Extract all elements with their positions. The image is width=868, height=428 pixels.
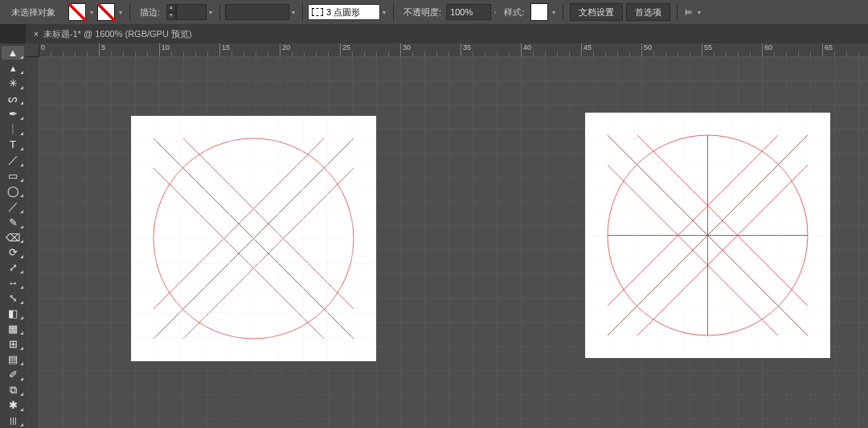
ruler-tick: 30 bbox=[400, 43, 411, 56]
mesh-tool[interactable]: ⊞ bbox=[2, 337, 24, 351]
align-icon[interactable]: ⊨ bbox=[682, 6, 695, 19]
document-tab[interactable]: × 未标题-1* @ 1600% (RGB/GPU 预览) bbox=[26, 28, 200, 40]
selection-tool[interactable]: ▲ bbox=[2, 46, 24, 60]
stroke-profile[interactable] bbox=[225, 4, 289, 20]
close-tab-icon[interactable]: × bbox=[34, 30, 39, 39]
rectangle-tool[interactable]: ▭ bbox=[2, 169, 24, 183]
tab-title: 未标题-1* @ 1600% (RGB/GPU 预览) bbox=[43, 28, 192, 40]
lasso-tool[interactable]: ᔕ bbox=[2, 92, 24, 105]
stroke-width-input[interactable] bbox=[176, 4, 207, 20]
fill-swatch[interactable] bbox=[68, 3, 86, 21]
preferences-button[interactable]: 首选项 bbox=[626, 3, 670, 21]
brush-def-dd[interactable]: ▾ bbox=[380, 4, 388, 20]
selection-status: 未选择对象 bbox=[11, 6, 55, 19]
horizontal-ruler[interactable]: 0510152025303540455055606570 bbox=[26, 43, 868, 57]
stroke-width-dd[interactable]: ▾ bbox=[207, 4, 215, 20]
free-transform-tool[interactable]: ⤡ bbox=[2, 291, 24, 305]
opacity-label: 不透明度: bbox=[403, 6, 441, 19]
gradient-tool[interactable]: ▤ bbox=[2, 352, 24, 366]
symbol-sprayer-tool[interactable]: ✱ bbox=[2, 398, 24, 412]
shape-builder-tool[interactable]: ◧ bbox=[2, 307, 24, 320]
style-swatch[interactable] bbox=[530, 3, 548, 21]
style-dd[interactable]: ▾ bbox=[550, 4, 558, 20]
type-tool[interactable]: T bbox=[2, 138, 24, 151]
artboard-1[interactable] bbox=[131, 116, 376, 361]
perspective-grid-tool[interactable]: ▦ bbox=[2, 322, 24, 335]
stroke-width-spinner[interactable]: ▴▾ bbox=[166, 4, 176, 20]
brush-def[interactable]: 3 点圆形 bbox=[308, 4, 380, 20]
document-setup-button[interactable]: 文档设置 bbox=[570, 3, 623, 21]
ruler-tick: 60 bbox=[762, 43, 772, 56]
line-tool[interactable]: ／ bbox=[2, 153, 24, 167]
document-tabs: × 未标题-1* @ 1600% (RGB/GPU 预览) bbox=[26, 24, 868, 44]
fill-dropdown[interactable]: ▾ bbox=[88, 4, 96, 20]
stroke-width-label: 描边: bbox=[140, 6, 160, 19]
opacity-input[interactable]: 100% bbox=[446, 4, 491, 20]
blend-tool[interactable]: ⧉ bbox=[2, 383, 24, 397]
stroke-profile-dd[interactable]: ▾ bbox=[289, 4, 297, 20]
rotate-tool[interactable]: ⟳ bbox=[2, 245, 24, 259]
magic-wand-tool[interactable]: ✳ bbox=[2, 76, 24, 90]
width-tool[interactable]: ↔ bbox=[2, 276, 24, 290]
ruler-tick: 20 bbox=[280, 43, 290, 56]
control-bar: 未选择对象 ▾ ▾ 描边: ▴▾ ▾ ▾ 3 点圆形 ▾ 不透明度: 100% … bbox=[0, 0, 868, 25]
ellipse-tool[interactable]: ◯ bbox=[2, 184, 24, 198]
scale-tool[interactable]: ⤢ bbox=[2, 261, 24, 274]
stroke-dropdown[interactable]: ▾ bbox=[117, 4, 125, 20]
column-graph-tool[interactable]: ⫼ bbox=[2, 414, 24, 427]
pen-tool[interactable]: ✒ bbox=[2, 107, 24, 121]
direct-select-tool[interactable]: ▴ bbox=[2, 61, 24, 75]
ruler-tick: 40 bbox=[521, 43, 531, 56]
curvature-tool[interactable]: ⦚ bbox=[2, 122, 24, 136]
opacity-dd[interactable]: › bbox=[491, 4, 499, 20]
stroke-swatch[interactable] bbox=[97, 3, 115, 21]
ruler-tick: 55 bbox=[702, 43, 712, 56]
pencil-tool[interactable]: ✎ bbox=[2, 216, 24, 229]
align-dd[interactable]: ▾ bbox=[695, 4, 703, 20]
eyedropper-tool[interactable]: ✐ bbox=[2, 368, 24, 381]
style-label: 样式: bbox=[504, 6, 524, 19]
ruler-tick: 15 bbox=[219, 43, 230, 56]
eraser-tool[interactable]: ⌫ bbox=[2, 231, 24, 245]
ruler-tick: 5 bbox=[99, 43, 105, 56]
ruler-tick: 10 bbox=[159, 43, 170, 56]
ruler-tick: 0 bbox=[39, 43, 45, 56]
ruler-tick: 50 bbox=[641, 43, 652, 56]
vertical-ruler[interactable] bbox=[26, 56, 39, 428]
ruler-tick: 25 bbox=[340, 43, 350, 56]
ruler-tick: 45 bbox=[581, 43, 592, 56]
canvas[interactable] bbox=[39, 56, 868, 428]
ruler-tick: 65 bbox=[822, 43, 833, 56]
ruler-tick: 35 bbox=[461, 43, 471, 56]
ruler-origin[interactable] bbox=[26, 43, 39, 57]
paintbrush-tool[interactable]: ／ bbox=[2, 200, 24, 214]
artboard-2[interactable] bbox=[585, 113, 830, 358]
svg-rect-9 bbox=[131, 116, 376, 361]
toolbox: ▲▴✳ᔕ✒⦚T／▭◯／✎⌫⟳⤢↔⤡◧▦⊞▤✐⧉✱⫼ bbox=[0, 43, 27, 428]
